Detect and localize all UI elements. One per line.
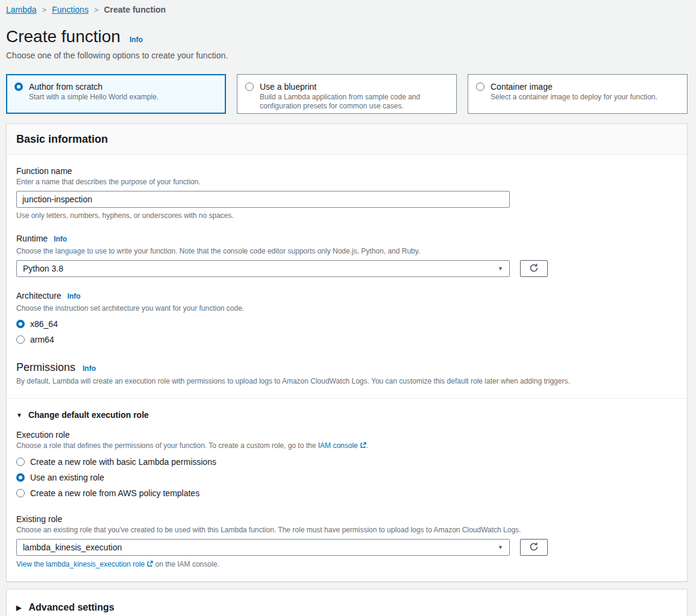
execution-role-label: Execution role <box>16 430 677 440</box>
radio-use-a-blueprint[interactable] <box>245 82 254 91</box>
page-header: Create function Info <box>6 27 688 46</box>
radio-option-arm64[interactable]: arm64 <box>16 335 677 344</box>
permissions-info-link[interactable]: Info <box>83 364 96 373</box>
function-name-input[interactable] <box>16 191 510 208</box>
radio-container-image[interactable] <box>476 82 484 91</box>
caret-down-icon: ▼ <box>16 412 22 418</box>
runtime-description: Choose the language to use to write your… <box>16 247 677 256</box>
external-link-icon <box>146 561 153 569</box>
tile-container-image[interactable]: Container image Select a container image… <box>468 74 688 114</box>
basic-information-card: Basic information Function name Enter a … <box>6 123 688 582</box>
tile-title: Container image <box>491 81 657 92</box>
existing-role-description: Choose an existing role that you've crea… <box>16 526 677 535</box>
tile-title: Author from scratch <box>29 81 158 92</box>
runtime-label: Runtime <box>16 234 48 243</box>
tile-description: Select a container image to deploy for y… <box>491 93 657 102</box>
permissions-description: By default, Lambda will create an execut… <box>16 377 677 386</box>
architecture-description: Choose the instruction set architecture … <box>16 304 677 313</box>
radio-create-new-role[interactable] <box>16 458 25 466</box>
runtime-refresh-button[interactable] <box>520 260 548 277</box>
change-default-execution-role-expander[interactable]: ▼ Change default execution role <box>16 410 677 420</box>
creation-option-tiles: Author from scratch Start with a simple … <box>6 74 688 114</box>
runtime-field-group: Runtime Info Choose the language to use … <box>16 234 677 277</box>
view-role-line: View the lambda_kinesis_execution role o… <box>16 560 677 569</box>
function-name-hint: Use only letters, numbers, hyphens, or u… <box>16 211 677 220</box>
tile-description: Build a Lambda application from sample c… <box>260 93 448 111</box>
breadcrumb-separator-icon: > <box>94 5 99 14</box>
radio-option-x86-64[interactable]: x86_64 <box>16 319 677 329</box>
architecture-info-link[interactable]: Info <box>67 292 81 300</box>
function-name-field-group: Function name Enter a name that describe… <box>16 166 677 220</box>
radio-label: Use an existing role <box>30 473 104 482</box>
breadcrumb-current: Create function <box>104 5 166 14</box>
tile-description: Start with a simple Hello World example. <box>29 93 158 102</box>
refresh-icon <box>529 263 539 275</box>
function-name-label: Function name <box>16 166 677 176</box>
architecture-field-group: Architecture Info Choose the instruction… <box>16 291 677 344</box>
page-title-info-link[interactable]: Info <box>130 36 143 44</box>
breadcrumb: Lambda > Functions > Create function <box>6 5 688 14</box>
execution-role-description: Choose a role that defines the permissio… <box>16 441 677 451</box>
advanced-settings-card: ▶ Advanced settings <box>6 589 688 616</box>
radio-label: x86_64 <box>30 319 58 329</box>
expander-label: Change default execution role <box>28 410 149 420</box>
advanced-settings-label: Advanced settings <box>28 602 114 613</box>
radio-option-create-new-role[interactable]: Create a new role with basic Lambda perm… <box>16 457 677 467</box>
runtime-select[interactable]: Python 3.8 ▼ <box>16 260 510 277</box>
tile-use-a-blueprint[interactable]: Use a blueprint Build a Lambda applicati… <box>237 74 457 114</box>
radio-option-use-existing-role[interactable]: Use an existing role <box>16 473 677 482</box>
radio-label: Create a new role from AWS policy templa… <box>30 488 199 498</box>
page-title: Create function <box>6 27 121 46</box>
caret-right-icon: ▶ <box>16 604 21 612</box>
permissions-heading: Permissions <box>16 361 75 374</box>
radio-use-existing-role[interactable] <box>16 473 25 482</box>
radio-label: arm64 <box>30 335 54 344</box>
radio-label: Create a new role with basic Lambda perm… <box>30 457 216 467</box>
radio-policy-templates[interactable] <box>16 489 25 497</box>
breadcrumb-link-lambda[interactable]: Lambda <box>6 5 37 14</box>
existing-role-refresh-button[interactable] <box>520 539 548 556</box>
function-name-description: Enter a name that describes the purpose … <box>16 178 677 187</box>
tile-title: Use a blueprint <box>260 81 448 92</box>
execution-role-field-group: Execution role Choose a role that define… <box>16 430 677 498</box>
architecture-label: Architecture <box>16 291 61 300</box>
existing-role-select[interactable]: lambda_kinesis_execution ▼ <box>16 539 510 556</box>
view-role-link[interactable]: View the lambda_kinesis_execution role <box>16 560 145 568</box>
advanced-settings-expander[interactable]: ▶ Advanced settings <box>16 602 677 613</box>
basic-information-heading: Basic information <box>16 133 677 146</box>
existing-role-field-group: Existing role Choose an existing role th… <box>16 514 677 569</box>
basic-information-header: Basic information <box>7 124 687 155</box>
runtime-info-link[interactable]: Info <box>54 235 67 243</box>
create-function-page: Lambda > Functions > Create function Cre… <box>0 0 696 616</box>
radio-option-policy-templates[interactable]: Create a new role from AWS policy templa… <box>16 488 677 498</box>
external-link-icon <box>360 442 366 451</box>
radio-x86-64[interactable] <box>16 320 25 328</box>
dropdown-caret-icon: ▼ <box>498 545 503 550</box>
refresh-icon <box>529 542 539 553</box>
radio-author-from-scratch[interactable] <box>14 82 23 91</box>
page-subtitle: Choose one of the following options to c… <box>6 51 688 60</box>
breadcrumb-link-functions[interactable]: Functions <box>52 5 89 14</box>
tile-author-from-scratch[interactable]: Author from scratch Start with a simple … <box>6 74 226 114</box>
existing-role-label: Existing role <box>16 514 677 524</box>
runtime-selected-value: Python 3.8 <box>23 264 63 273</box>
breadcrumb-separator-icon: > <box>42 5 47 14</box>
permissions-heading-row: Permissions Info <box>16 361 677 374</box>
radio-arm64[interactable] <box>16 335 25 344</box>
existing-role-selected-value: lambda_kinesis_execution <box>23 543 122 552</box>
iam-console-link[interactable]: IAM console <box>318 441 358 450</box>
dropdown-caret-icon: ▼ <box>498 266 503 272</box>
